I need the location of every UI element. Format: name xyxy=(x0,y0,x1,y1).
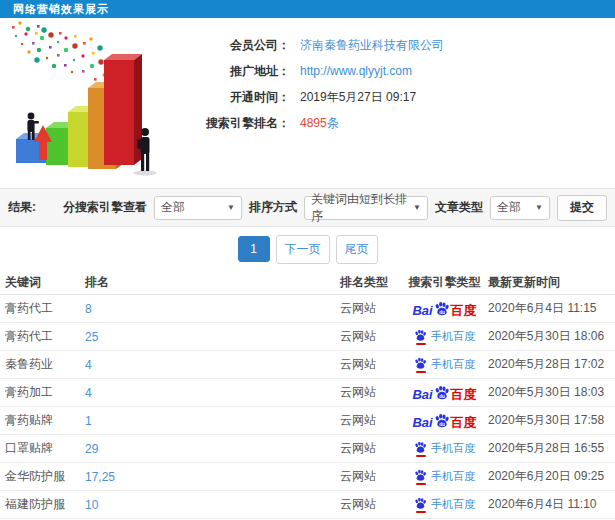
baidu-logo-text-bai: Bai xyxy=(412,388,432,401)
header-engine-type: 搜索引擎类型 xyxy=(403,274,486,291)
baidu-underline xyxy=(416,511,426,513)
baidu-logo-text-baidu: 百度 xyxy=(451,416,477,429)
baidu-underline xyxy=(416,455,426,457)
updated-time-cell: 2020年5月30日 17:58 xyxy=(486,412,615,429)
keyword-cell: 口罩贴牌 xyxy=(0,440,85,457)
svg-text:du: du xyxy=(439,393,445,398)
submit-button[interactable]: 提交 xyxy=(557,195,607,221)
baidu-paw-icon xyxy=(414,329,427,342)
table-row: 口罩贴牌29云网站手机百度2020年5月28日 16:55 xyxy=(0,435,615,463)
rank-type-cell: 云网站 xyxy=(340,468,403,485)
header-updated: 最新更新时间 xyxy=(486,274,615,291)
baidu-logo-text-baidu: 百度 xyxy=(451,304,477,317)
engine-type-cell: 手机百度 xyxy=(403,357,486,373)
baidu-mobile-logo: 手机百度 xyxy=(414,329,475,345)
chevron-down-icon: ▼ xyxy=(535,203,543,212)
article-type-filter-select[interactable]: 全部▼ xyxy=(490,196,550,220)
bar-chart-illustration xyxy=(4,20,176,178)
growth-chart-graphic xyxy=(4,20,176,178)
baidu-mobile-logo: 手机百度 xyxy=(414,441,475,457)
rank-cell[interactable]: 17,25 xyxy=(85,470,340,484)
engine-filter-value: 全部 xyxy=(161,199,185,216)
page-title: 网络营销效果展示 xyxy=(13,2,109,17)
engine-type-cell: 手机百度 xyxy=(403,329,486,345)
rank-cell[interactable]: 25 xyxy=(85,330,340,344)
results-table: 关键词 排名 排名类型 搜索引擎类型 最新更新时间 膏药代工8云网站Baidu百… xyxy=(0,271,615,520)
rank-type-cell: 云网站 xyxy=(340,384,403,401)
baidu-mobile-logo: 手机百度 xyxy=(414,357,475,373)
engine-filter-select[interactable]: 全部▼ xyxy=(154,196,242,220)
engine-type-cell: 手机百度 xyxy=(403,441,486,457)
updated-time-cell: 2020年6月20日 09:25 xyxy=(486,468,615,485)
baidu-logo-text-baidu: 百度 xyxy=(451,388,477,401)
last-page-button[interactable]: 尾页 xyxy=(336,235,378,264)
rank-type-cell: 云网站 xyxy=(340,440,403,457)
baidu-underline xyxy=(416,343,426,345)
rank-type-cell: 云网站 xyxy=(340,300,403,317)
updated-time-cell: 2020年5月30日 18:06 xyxy=(486,328,615,345)
info-label: 推广地址： xyxy=(178,63,290,80)
rank-cell[interactable]: 4 xyxy=(85,386,340,400)
engine-type-cell: 手机百度 xyxy=(403,469,486,485)
info-label: 会员公司： xyxy=(178,37,290,54)
sort-filter-select[interactable]: 关键词由短到长排序▼ xyxy=(304,196,428,220)
updated-time-cell: 2020年6月4日 11:15 xyxy=(486,300,615,317)
chevron-down-icon: ▼ xyxy=(227,203,235,212)
filter-bar: 结果: 分搜索引擎查看全部▼排序方式关键词由短到长排序▼文章类型全部▼提交 xyxy=(0,188,615,227)
table-row: 秦鲁药业4云网站手机百度2020年5月28日 17:02 xyxy=(0,351,615,379)
rank-cell[interactable]: 4 xyxy=(85,358,340,372)
baidu-paw-icon: du xyxy=(434,385,450,401)
table-row: 膏药贴牌1云网站Baidu百度2020年5月30日 17:58 xyxy=(0,407,615,435)
mobile-baidu-label: 手机百度 xyxy=(431,329,475,344)
info-row: 推广地址：http://www.qlyyjt.com xyxy=(178,58,444,84)
info-value[interactable]: http://www.qlyyjt.com xyxy=(300,64,412,78)
info-value: 2019年5月27日 09:17 xyxy=(300,89,416,106)
baidu-paw-icon: du xyxy=(434,301,450,317)
info-value[interactable]: 济南秦鲁药业科技有限公司 xyxy=(300,37,444,54)
confetti-dots xyxy=(12,21,106,80)
engine-filter-label: 分搜索引擎查看 xyxy=(63,199,147,216)
keyword-cell: 膏药代工 xyxy=(0,300,85,317)
rank-type-cell: 云网站 xyxy=(340,496,403,513)
next-page-button[interactable]: 下一页 xyxy=(276,235,330,264)
mobile-baidu-label: 手机百度 xyxy=(431,497,475,512)
table-row: 膏药代工8云网站Baidu百度2020年6月4日 11:15 xyxy=(0,295,615,323)
updated-time-cell: 2020年5月30日 18:03 xyxy=(486,384,615,401)
article-type-filter-value: 全部 xyxy=(497,199,521,216)
info-row: 搜索引擎排名：4895条 xyxy=(178,110,444,136)
baidu-logo-text-bai: Bai xyxy=(412,304,432,317)
rank-cell[interactable]: 10 xyxy=(85,498,340,512)
info-label: 开通时间： xyxy=(178,89,290,106)
keyword-cell: 秦鲁药业 xyxy=(0,356,85,373)
baidu-mobile-logo: 手机百度 xyxy=(414,497,475,513)
sort-filter-value: 关键词由短到长排序 xyxy=(311,191,407,225)
baidu-paw-icon xyxy=(414,469,427,482)
baidu-paw-icon xyxy=(414,357,427,370)
page: 网络营销效果展示 xyxy=(0,0,615,520)
table-row: 金华防护服17,25云网站手机百度2020年6月20日 09:25 xyxy=(0,463,615,491)
sort-filter-label: 排序方式 xyxy=(249,199,297,216)
info-label: 搜索引擎排名： xyxy=(178,115,290,132)
ranking-count: 4895 xyxy=(300,116,327,130)
filter-controls: 分搜索引擎查看全部▼排序方式关键词由短到长排序▼文章类型全部▼提交 xyxy=(63,195,607,221)
info-row: 会员公司：济南秦鲁药业科技有限公司 xyxy=(178,32,444,58)
rank-cell[interactable]: 1 xyxy=(85,414,340,428)
updated-time-cell: 2020年6月4日 11:10 xyxy=(486,496,615,513)
rank-cell[interactable]: 29 xyxy=(85,442,340,456)
baidu-paw-icon: du xyxy=(434,413,450,429)
svg-text:du: du xyxy=(439,309,445,314)
pagination: 1 下一页 尾页 xyxy=(0,227,615,271)
page-1-button[interactable]: 1 xyxy=(238,236,270,262)
baidu-paw-icon xyxy=(414,441,427,454)
keyword-cell: 膏药代工 xyxy=(0,328,85,345)
table-row: 福建防护服10云网站手机百度2020年6月4日 11:10 xyxy=(0,491,615,519)
svg-text:du: du xyxy=(439,421,445,426)
baidu-logo-text-bai: Bai xyxy=(412,416,432,429)
updated-time-cell: 2020年5月28日 17:02 xyxy=(486,356,615,373)
engine-type-cell: 手机百度 xyxy=(403,497,486,513)
header-keyword: 关键词 xyxy=(0,274,85,291)
title-bar: 网络营销效果展示 xyxy=(0,0,615,18)
article-type-filter-label: 文章类型 xyxy=(435,199,483,216)
rank-cell[interactable]: 8 xyxy=(85,302,340,316)
mobile-baidu-label: 手机百度 xyxy=(431,357,475,372)
